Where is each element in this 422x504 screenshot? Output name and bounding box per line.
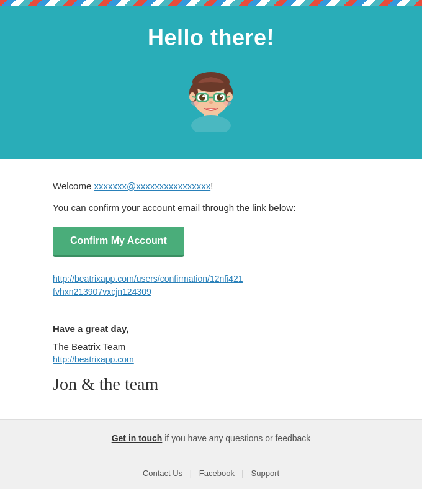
avatar-svg [180, 63, 242, 132]
confirm-url-line2: fvhxn213907vxcjn124309 [53, 287, 151, 297]
get-in-touch-link[interactable]: Get in touch [112, 433, 163, 443]
contact-us-link[interactable]: Contact Us [143, 469, 182, 478]
svg-point-20 [191, 101, 199, 106]
signature-text: Jon & the team [53, 374, 369, 394]
footer-message: Get in touch if you have any questions o… [12, 433, 410, 443]
email-content: Welcome xxxxxxx@xxxxxxxxxxxxxxxx! You ca… [0, 159, 422, 419]
footer-suffix-text: if you have any questions or feedback [162, 433, 310, 443]
stripe-border [0, 0, 422, 6]
welcome-suffix: ! [210, 181, 213, 191]
email-header: Hello there! [0, 6, 422, 159]
confirm-account-button[interactable]: Confirm My Account [53, 227, 184, 257]
support-link[interactable]: Support [251, 469, 280, 478]
welcome-prefix: Welcome [53, 181, 94, 191]
header-title: Hello there! [12, 25, 410, 51]
welcome-paragraph: Welcome xxxxxxx@xxxxxxxxxxxxxxxx! [53, 181, 369, 191]
confirm-url-link[interactable]: http://beatrixapp.com/users/confirmation… [53, 272, 369, 299]
footer-nav: Contact Us | Facebook | Support [12, 469, 410, 478]
facebook-link[interactable]: Facebook [199, 469, 235, 478]
svg-point-1 [191, 115, 231, 132]
svg-point-10 [199, 94, 205, 101]
footer-top: Get in touch if you have any questions o… [0, 419, 422, 457]
svg-point-19 [209, 101, 213, 104]
confirm-paragraph: You can confirm your account email throu… [53, 202, 369, 213]
confirm-url-line1: http://beatrixapp.com/users/confirmation… [53, 274, 243, 284]
svg-point-12 [202, 95, 205, 97]
welcome-email-link[interactable]: xxxxxxx@xxxxxxxxxxxxxxxx [94, 181, 210, 191]
svg-point-13 [220, 95, 222, 97]
team-url-link[interactable]: http://beatrixapp.com [53, 354, 369, 364]
avatar [180, 63, 242, 134]
footer-bottom: Contact Us | Facebook | Support [0, 457, 422, 489]
greeting-text: Have a great day, [53, 323, 369, 334]
svg-line-17 [192, 97, 197, 97]
separator-2: | [242, 469, 244, 478]
svg-point-11 [217, 94, 223, 101]
separator-1: | [190, 469, 192, 478]
svg-point-21 [223, 101, 231, 106]
svg-line-18 [225, 97, 230, 97]
team-name-text: The Beatrix Team [53, 341, 369, 352]
email-container: Hello there! [0, 0, 422, 504]
